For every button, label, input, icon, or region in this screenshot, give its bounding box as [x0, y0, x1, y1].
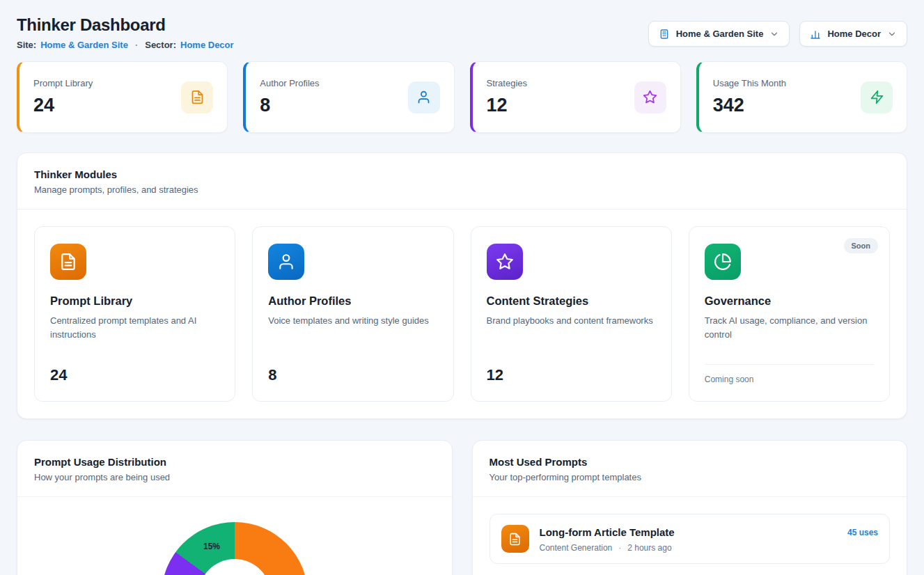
sector-label: Sector: [145, 40, 176, 50]
stat-text: Usage This Month 342 [713, 78, 786, 116]
donut-chart-area: 15% [17, 497, 452, 575]
module-card-governance[interactable]: Soon Governance Track AI usage, complian… [689, 226, 890, 402]
sector-selector-dropdown[interactable]: Home Decor [799, 21, 907, 47]
module-title: Prompt Library [50, 294, 219, 308]
stat-label: Author Profiles [260, 78, 319, 88]
chevron-down-icon [887, 29, 897, 39]
thinker-dashboard-page: Thinker Dashboard Site: Home & Garden Si… [0, 0, 924, 575]
stat-label: Strategies [487, 78, 528, 88]
building-icon [659, 29, 670, 40]
list-item-prompt[interactable]: Long-form Article Template Content Gener… [490, 514, 891, 564]
prompt-usage-panel: Prompt Usage Distribution How your promp… [17, 440, 453, 575]
stat-text: Prompt Library 24 [33, 78, 93, 116]
most-used-subtitle: Your top-performing prompt templates [490, 472, 891, 482]
file-text-icon [181, 81, 213, 113]
stat-card-usage[interactable]: Usage This Month 342 [696, 61, 907, 133]
prompt-time: 2 hours ago [627, 543, 671, 553]
header-selectors: Home & Garden Site Home Decor [648, 21, 907, 47]
soon-badge: Soon [844, 238, 879, 253]
module-count: 8 [268, 366, 437, 384]
user-icon [408, 81, 440, 113]
donut-chart[interactable] [162, 522, 308, 575]
header-titles: Thinker Dashboard Site: Home & Garden Si… [17, 15, 234, 50]
segment-percent-label: 15% [203, 542, 220, 551]
site-label: Site: [17, 40, 36, 50]
file-text-icon [501, 525, 529, 553]
stat-text: Strategies 12 [487, 78, 528, 116]
file-text-icon [50, 244, 86, 280]
chevron-down-icon [769, 29, 779, 39]
prompt-uses-badge: 45 uses [847, 528, 878, 537]
stats-row: Prompt Library 24 Author Profiles 8 Stra… [17, 61, 907, 133]
modules-grid: Prompt Library Centralized prompt templa… [17, 210, 907, 418]
modules-subtitle: Manage prompts, profiles, and strategies [34, 184, 890, 195]
sector-link[interactable]: Home Decor [180, 40, 234, 50]
modules-title: Thinker Modules [34, 168, 890, 180]
module-description: Centralized prompt templates and AI inst… [50, 314, 219, 342]
separator-dot: · [135, 40, 138, 50]
separator-dot: · [618, 543, 621, 553]
module-count: 24 [50, 366, 219, 384]
usage-panel-header: Prompt Usage Distribution How your promp… [17, 441, 452, 497]
stat-value: 342 [713, 95, 786, 116]
module-description: Track AI usage, compliance, and version … [705, 314, 874, 342]
prompt-item-text: Long-form Article Template Content Gener… [540, 525, 675, 553]
bottom-row: Prompt Usage Distribution How your promp… [17, 440, 907, 575]
module-description: Voice templates and writing style guides [268, 314, 437, 328]
module-card-content-strategies[interactable]: Content Strategies Brand playbooks and c… [471, 226, 672, 402]
stat-text: Author Profiles 8 [260, 78, 319, 116]
stat-value: 8 [260, 95, 319, 116]
module-title: Author Profiles [268, 294, 437, 308]
sector-selector-label: Home Decor [827, 29, 881, 39]
site-selector-dropdown[interactable]: Home & Garden Site [648, 21, 790, 47]
bolt-icon [861, 81, 893, 113]
module-card-prompt-library[interactable]: Prompt Library Centralized prompt templa… [34, 226, 235, 402]
breadcrumb: Site: Home & Garden Site · Sector: Home … [17, 40, 234, 50]
header: Thinker Dashboard Site: Home & Garden Si… [17, 15, 907, 50]
bar-chart-icon [810, 29, 821, 40]
user-icon [268, 244, 304, 280]
prompt-list: Long-form Article Template Content Gener… [473, 497, 907, 575]
stat-card-prompt-library[interactable]: Prompt Library 24 [17, 61, 228, 133]
site-selector-label: Home & Garden Site [676, 29, 764, 39]
most-used-title: Most Used Prompts [490, 456, 891, 468]
prompt-category: Content Generation [540, 543, 613, 553]
prompt-item-meta: Content Generation · 2 hours ago [540, 543, 675, 553]
stat-value: 24 [33, 95, 93, 116]
module-card-author-profiles[interactable]: Author Profiles Voice templates and writ… [252, 226, 453, 402]
stat-label: Usage This Month [713, 78, 786, 88]
module-count: 12 [487, 366, 656, 384]
stat-card-strategies[interactable]: Strategies 12 [470, 61, 681, 133]
most-used-panel: Most Used Prompts Your top-performing pr… [472, 440, 908, 575]
usage-subtitle: How your prompts are being used [34, 472, 435, 482]
usage-title: Prompt Usage Distribution [34, 456, 435, 468]
stat-label: Prompt Library [33, 78, 93, 88]
star-icon [487, 244, 523, 280]
stat-card-author-profiles[interactable]: Author Profiles 8 [243, 61, 454, 133]
pie-chart-icon [705, 244, 741, 280]
most-used-panel-header: Most Used Prompts Your top-performing pr… [473, 441, 907, 497]
page-title: Thinker Dashboard [17, 15, 234, 35]
module-title: Content Strategies [487, 294, 656, 308]
star-icon [634, 81, 666, 113]
thinker-modules-panel: Thinker Modules Manage prompts, profiles… [17, 152, 907, 419]
module-description: Brand playbooks and content frameworks [487, 314, 656, 328]
prompt-item-title: Long-form Article Template [540, 526, 675, 538]
site-link[interactable]: Home & Garden Site [40, 40, 128, 50]
coming-soon-text: Coming soon [705, 364, 874, 384]
modules-panel-header: Thinker Modules Manage prompts, profiles… [17, 153, 907, 210]
module-title: Governance [705, 294, 874, 308]
stat-value: 12 [487, 95, 528, 116]
